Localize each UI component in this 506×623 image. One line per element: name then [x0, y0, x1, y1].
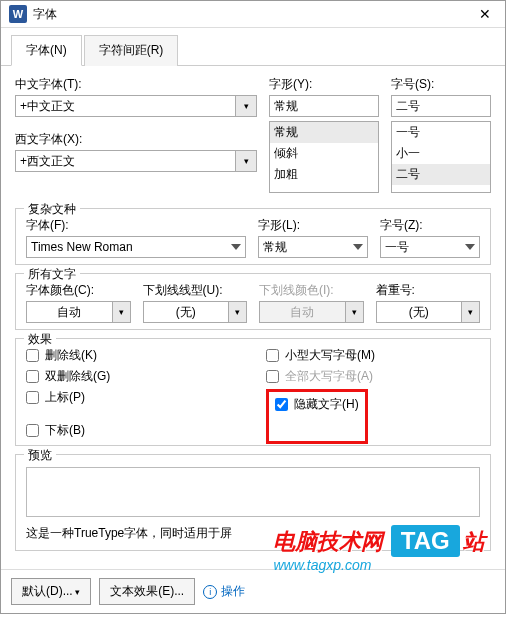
effects-legend: 效果: [24, 331, 56, 348]
effects-group: 效果 删除线(K) 小型大写字母(M) 双删除线(G) 全部大写字母(A) 上标…: [15, 338, 491, 446]
emph-label: 着重号:: [376, 282, 481, 299]
complex-font-select[interactable]: Times New Roman: [26, 236, 246, 258]
close-icon[interactable]: ✕: [473, 6, 497, 22]
cnfont-label: 中文字体(T):: [15, 76, 257, 93]
preview-box: [26, 467, 480, 517]
app-icon: W: [9, 5, 27, 23]
complex-legend: 复杂文种: [24, 201, 80, 218]
color-label: 字体颜色(C):: [26, 282, 131, 299]
wfont-label: 西文字体(X):: [15, 131, 257, 148]
cnfont-dropdown-icon[interactable]: ▾: [235, 95, 257, 117]
complex-size-label: 字号(Z):: [380, 217, 480, 234]
texteffect-button[interactable]: 文本效果(E)...: [99, 578, 195, 605]
allcaps-checkbox[interactable]: 全部大写字母(A): [266, 368, 373, 385]
alltext-group: 所有文字 字体颜色(C): 自动▾ 下划线线型(U): (无)▾ 下划线颜色(I…: [15, 273, 491, 330]
preview-desc: 这是一种TrueType字体，同时适用于屏: [26, 525, 480, 542]
wfont-input[interactable]: [15, 150, 235, 172]
complex-size-select[interactable]: 一号: [380, 236, 480, 258]
size-label: 字号(S):: [391, 76, 491, 93]
tab-font[interactable]: 字体(N): [11, 35, 82, 66]
uline-select[interactable]: (无)▾: [143, 301, 248, 323]
titlebar: W 字体 ✕: [1, 1, 505, 28]
preview-group: 预览 这是一种TrueType字体，同时适用于屏: [15, 454, 491, 551]
hidden-checkbox[interactable]: 隐藏文字(H): [275, 396, 359, 413]
tab-spacing[interactable]: 字符间距(R): [84, 35, 179, 66]
hint-link[interactable]: i 操作: [203, 583, 245, 600]
preview-legend: 预览: [24, 447, 56, 464]
emph-select[interactable]: (无)▾: [376, 301, 481, 323]
size-input[interactable]: [391, 95, 491, 117]
chevron-down-icon[interactable]: ▾: [113, 301, 131, 323]
highlight-box: 隐藏文字(H): [266, 389, 368, 444]
default-button[interactable]: 默认(D)...: [11, 578, 91, 605]
style-label: 字形(Y):: [269, 76, 379, 93]
cnfont-input[interactable]: [15, 95, 235, 117]
complex-font-label: 字体(F):: [26, 217, 246, 234]
style-input[interactable]: [269, 95, 379, 117]
complex-style-label: 字形(L):: [258, 217, 368, 234]
dstrike-checkbox[interactable]: 双删除线(G): [26, 368, 266, 385]
chevron-down-icon[interactable]: ▾: [229, 301, 247, 323]
ulinecolor-select: 自动▾: [259, 301, 364, 323]
tabstrip: 字体(N) 字符间距(R): [1, 28, 505, 66]
uline-label: 下划线线型(U):: [143, 282, 248, 299]
window-title: 字体: [33, 6, 473, 23]
color-select[interactable]: 自动▾: [26, 301, 131, 323]
footer: 默认(D)... 文本效果(E)... i 操作: [1, 569, 505, 613]
strike-checkbox[interactable]: 删除线(K): [26, 347, 266, 364]
sub-checkbox[interactable]: 下标(B): [26, 422, 266, 439]
alltext-legend: 所有文字: [24, 266, 80, 283]
super-checkbox[interactable]: 上标(P): [26, 389, 266, 406]
chevron-down-icon: ▾: [346, 301, 364, 323]
complex-script-group: 复杂文种 字体(F): Times New Roman 字形(L): 常规 字号…: [15, 208, 491, 265]
wfont-dropdown-icon[interactable]: ▾: [235, 150, 257, 172]
font-dialog: W 字体 ✕ 字体(N) 字符间距(R) 中文字体(T): ▾ 字形(Y): 字…: [0, 0, 506, 614]
chevron-down-icon[interactable]: ▾: [462, 301, 480, 323]
info-icon: i: [203, 585, 217, 599]
complex-style-select[interactable]: 常规: [258, 236, 368, 258]
ulinecolor-label: 下划线颜色(I):: [259, 282, 364, 299]
smallcaps-checkbox[interactable]: 小型大写字母(M): [266, 347, 375, 364]
